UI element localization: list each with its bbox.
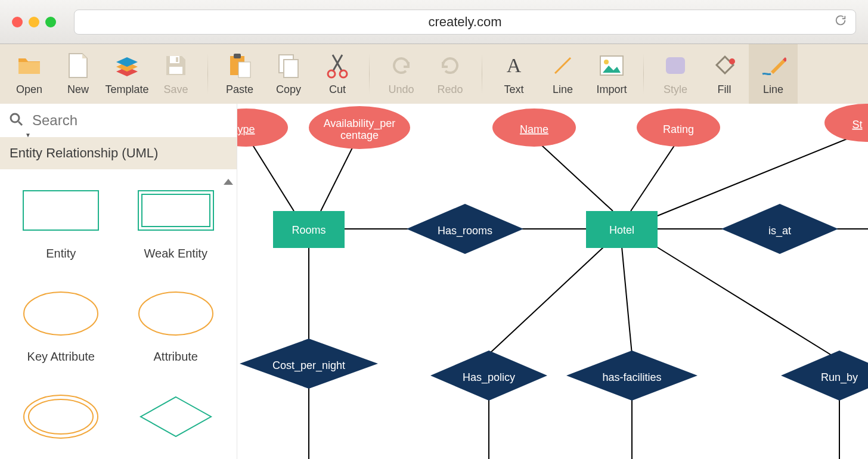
diagram-canvas[interactable]: ype Availability_per centage Name Rating… (237, 104, 868, 459)
minimize-window-icon[interactable] (29, 17, 39, 27)
new-file-icon (65, 52, 91, 79)
relation-label: is_at (768, 225, 791, 237)
shape-key-attribute[interactable]: Key Attribute (10, 290, 113, 364)
relationship-shape-icon (137, 393, 215, 440)
relation-label: Has_rooms (438, 225, 492, 237)
line-tool-label: Line (553, 83, 573, 96)
toolbar-separator (643, 54, 644, 94)
redo-icon (437, 52, 463, 79)
shapes-sidebar: ▼ Entity Relationship (UML) Entity Weak … (0, 104, 237, 459)
folder-icon (16, 52, 42, 79)
attr-label: Name (520, 123, 548, 135)
fill-icon (711, 52, 737, 79)
copy-button[interactable]: Copy (264, 44, 313, 104)
save-icon (163, 52, 189, 79)
scroll-up-icon[interactable] (224, 179, 233, 185)
copy-label: Copy (276, 83, 301, 96)
entity-label: Rooms (292, 224, 326, 236)
search-input[interactable] (32, 112, 228, 129)
svg-line-27 (535, 139, 613, 211)
line-style-button[interactable]: Line (749, 44, 798, 104)
relation-run-by[interactable]: Run_by (781, 351, 868, 401)
shape-multivalued-attribute[interactable] (10, 393, 113, 440)
new-button[interactable]: New (54, 44, 103, 104)
copy-icon (275, 52, 302, 79)
attribute-st[interactable]: St (824, 104, 868, 142)
import-label: Import (596, 83, 627, 96)
relation-has-facilities[interactable]: has-facilities (566, 351, 698, 401)
style-button[interactable]: Style (651, 44, 700, 104)
url-bar[interactable]: creately.com (74, 10, 856, 35)
url-text: creately.com (428, 14, 501, 30)
svg-point-21 (24, 395, 98, 438)
category-label: Entity Relationship (UML) (10, 145, 158, 160)
line-style-label: Line (763, 83, 783, 96)
relation-is-at[interactable]: is_at (721, 204, 838, 254)
shape-label: Key Attribute (27, 350, 95, 364)
diagram-edges (249, 135, 868, 459)
redo-button[interactable]: Redo (426, 44, 475, 104)
svg-line-29 (655, 135, 857, 217)
dropdown-icon[interactable]: ▼ (25, 132, 31, 138)
close-window-icon[interactable] (12, 17, 23, 27)
multivalued-attribute-shape-icon (22, 393, 100, 440)
template-label: Template (105, 83, 148, 96)
svg-point-14 (729, 58, 735, 64)
fill-button[interactable]: Fill (700, 44, 749, 104)
toolbar: Open New Template Save (0, 44, 868, 104)
template-button[interactable]: Template (103, 44, 151, 104)
shape-entity[interactable]: Entity (10, 187, 113, 260)
relation-label: Has_policy (463, 371, 515, 384)
cut-button[interactable]: Cut (313, 44, 362, 104)
key-attribute-shape-icon (22, 290, 100, 337)
redo-label: Redo (437, 83, 463, 96)
toolbar-separator (207, 54, 208, 94)
svg-line-28 (631, 139, 678, 211)
undo-label: Undo (388, 83, 414, 96)
svg-line-32 (489, 247, 604, 354)
search-row: ▼ (0, 104, 237, 137)
relation-has-rooms[interactable]: Has_rooms (407, 204, 523, 254)
shape-label: Attribute (154, 350, 198, 364)
relation-cost-per-night[interactable]: Cost_per_night (240, 339, 378, 389)
attribute-availability[interactable]: Availability_per centage (309, 106, 410, 149)
svg-rect-16 (23, 191, 98, 230)
svg-line-24 (321, 139, 356, 211)
open-button[interactable]: Open (5, 44, 54, 104)
undo-button[interactable]: Undo (377, 44, 426, 104)
svg-line-23 (249, 139, 294, 211)
shape-category-header[interactable]: Entity Relationship (UML) (0, 137, 237, 169)
relation-label: has-facilities (602, 371, 661, 383)
svg-rect-2 (169, 67, 182, 74)
import-button[interactable]: Import (587, 44, 636, 104)
svg-rect-13 (666, 57, 685, 74)
entity-rooms[interactable]: Rooms (273, 211, 345, 248)
attr-label: Rating (663, 123, 694, 135)
search-icon[interactable] (8, 111, 24, 129)
entity-hotel[interactable]: Hotel (586, 211, 658, 248)
attr-label: St (852, 119, 862, 131)
reload-icon[interactable] (834, 14, 847, 30)
shape-weak-entity[interactable]: Weak Entity (125, 187, 228, 260)
shape-relationship[interactable] (125, 393, 228, 440)
svg-rect-7 (284, 60, 298, 77)
svg-point-22 (29, 399, 93, 434)
relation-label: Cost_per_night (272, 359, 345, 372)
svg-point-15 (11, 114, 19, 122)
attribute-name[interactable]: Name (492, 108, 576, 147)
shape-grid: Entity Weak Entity Key Attribute Attribu… (0, 169, 237, 459)
save-button[interactable]: Save (151, 44, 200, 104)
attribute-type[interactable]: ype (237, 108, 288, 147)
paste-button[interactable]: Paste (215, 44, 264, 104)
svg-point-20 (139, 292, 213, 335)
svg-point-8 (328, 70, 335, 77)
text-tool-button[interactable]: A Text (489, 44, 538, 104)
relation-has-policy[interactable]: Has_policy (430, 351, 547, 401)
maximize-window-icon[interactable] (45, 17, 56, 27)
attr-label: ype (237, 123, 255, 135)
line-tool-button[interactable]: Line (538, 44, 587, 104)
entity-label: Hotel (609, 224, 634, 236)
attribute-rating[interactable]: Rating (637, 108, 720, 147)
shape-attribute[interactable]: Attribute (125, 290, 228, 364)
weak-entity-shape-icon (137, 187, 215, 234)
